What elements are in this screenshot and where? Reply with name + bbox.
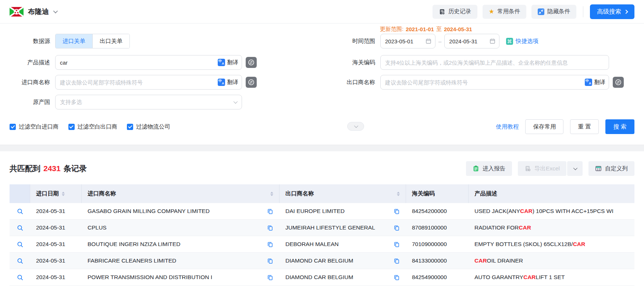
update-range-label: 更新范围: [380, 26, 403, 33]
magnifier-icon [17, 208, 23, 214]
header-product-desc: 产品描述 [469, 184, 634, 203]
data-source-tabs: 进口关单 出口关单 [55, 34, 130, 48]
fuzzy-match-toggle[interactable] [613, 77, 624, 88]
copy-button[interactable] [394, 209, 399, 214]
date-end-input[interactable]: 2024-05-31 [444, 34, 499, 48]
exporter-name: JUMEIRAH LIFESTYLE GENERAL [285, 224, 375, 231]
hs-code-input[interactable] [380, 55, 609, 70]
importer-name: CPLUS [88, 224, 107, 231]
cell-import-date: 2024-05-31 [30, 220, 82, 236]
tab-export-declarations[interactable]: 出口关单 [92, 34, 129, 48]
translate-button[interactable]: 中A 翻译 [218, 79, 238, 86]
origin-country-select[interactable]: 支持多选 [55, 95, 242, 109]
copy-button[interactable] [394, 225, 399, 231]
view-detail-button[interactable] [17, 258, 23, 264]
table-header-row: 进口日期 进口商名称 出口商名称 海关编码 产品描述 [10, 184, 634, 203]
cell-importer: CPLUS [82, 220, 280, 236]
magnifier-icon [17, 274, 23, 281]
copy-button[interactable] [394, 242, 399, 247]
copy-icon [267, 225, 273, 231]
product-desc-input[interactable] [55, 55, 242, 70]
sort-exporter[interactable] [397, 192, 400, 196]
update-range-start: 2021-01-01 [406, 26, 434, 32]
table-row: 2024-05-31 GASABO GRAIN MILLING COMPANY … [10, 203, 634, 220]
magnifier-icon [17, 258, 23, 264]
results-summary: 共匹配到 2431 条记录 [10, 163, 87, 174]
country-dropdown-chevron-icon[interactable] [53, 9, 58, 14]
importer-name: GASABO GRAIN MILLING COMPANY LIMITED [88, 208, 210, 214]
favorites-button-label: 常用条件 [497, 8, 520, 15]
results-table: 进口日期 进口商名称 出口商名称 海关编码 产品描述 [10, 184, 634, 286]
importer-name: FABRICARE CLEANERS LIMITED [88, 257, 176, 264]
copy-button[interactable] [267, 275, 273, 280]
hs-code-label: 海关编码 [344, 59, 375, 66]
export-excel-button[interactable]: 导出Excel [518, 161, 566, 176]
sort-importer[interactable] [270, 192, 273, 196]
tab-import-declarations[interactable]: 进口关单 [56, 34, 92, 48]
form-row-datasource-timerange: 数据源 进口关单 出口关单 时间范围 2023-05-01 – [10, 34, 634, 48]
importer-name: POWER TRANSMISSION AND DISTRIBUTION I [88, 274, 212, 281]
cell-product-desc: CAR OIL DRAINER [469, 253, 634, 269]
update-range-end: 2024-05-31 [444, 26, 472, 32]
export-options-dropdown[interactable] [567, 161, 583, 176]
copy-button[interactable] [267, 209, 273, 214]
form-row-filters-actions: 过滤空白进口商 过滤空白出口商 过滤物流公司 使用教程 保存常用 重 置 搜 索 [10, 122, 634, 131]
translate-button[interactable]: 中A 翻译 [218, 59, 238, 66]
translate-button[interactable]: 中A 翻译 [585, 79, 605, 86]
tutorial-link[interactable]: 使用教程 [496, 123, 519, 131]
save-favorite-button[interactable]: 保存常用 [525, 119, 563, 134]
cell-product-desc: EMPTY BOTTLES (SKOL) 65CLX12B/CAR [469, 236, 634, 252]
filter-blank-exporter-checkbox[interactable]: 过滤空白出口商 [68, 123, 118, 131]
search-button[interactable]: 搜 索 [605, 119, 634, 134]
filter-blank-importer-checkbox[interactable]: 过滤空白进口商 [10, 123, 59, 131]
favorites-button[interactable]: ★ 常用条件 [483, 5, 526, 19]
copy-button[interactable] [267, 258, 273, 264]
history-button[interactable]: 历史记录 [433, 5, 477, 19]
date-start-input[interactable]: 2023-05-01 [380, 34, 435, 48]
swap-search-icon [615, 79, 622, 86]
cell-importer: FABRICARE CLEANERS LIMITED [82, 253, 280, 269]
quick-options-link[interactable]: 快捷选项 [506, 37, 538, 45]
search-form: 更新范围: 2021-01-01 至 2024-05-31 数据源 进口关单 出… [0, 24, 644, 131]
copy-icon [394, 258, 399, 264]
translate-label: 翻译 [227, 59, 238, 66]
view-detail-button[interactable] [17, 225, 23, 231]
copy-button[interactable] [394, 258, 399, 264]
customize-columns-button[interactable]: 自定义列 [588, 161, 634, 176]
cell-hs-code: 84254900000 [406, 269, 469, 285]
copy-icon [267, 258, 273, 264]
filter-label: 过滤物流公司 [136, 123, 170, 131]
hide-conditions-button-label: 隐藏条件 [547, 8, 570, 15]
form-row-importer-exporter: 进口商名称 中A 翻译 出口商名称 中A 翻译 [10, 75, 634, 90]
collapse-form-button[interactable] [347, 122, 364, 131]
chevron-right-icon [624, 10, 628, 14]
fuzzy-match-toggle[interactable] [246, 77, 257, 88]
origin-country-placeholder: 支持多选 [60, 99, 82, 106]
hide-conditions-button[interactable]: 隐藏条件 [531, 5, 576, 19]
filter-logistics-checkbox[interactable]: 过滤物流公司 [127, 123, 170, 131]
fuzzy-match-toggle[interactable] [246, 57, 257, 68]
copy-button[interactable] [267, 242, 273, 247]
advanced-search-label: 高级搜索 [597, 8, 621, 16]
table-body: 2024-05-31 GASABO GRAIN MILLING COMPANY … [10, 203, 634, 286]
data-source-label: 数据源 [10, 37, 50, 45]
cell-exporter: JUMEIRAH LIFESTYLE GENERAL [280, 220, 406, 236]
advanced-search-button[interactable]: 高级搜索 [590, 4, 634, 19]
importer-label: 进口商名称 [10, 79, 50, 86]
copy-button[interactable] [267, 225, 273, 231]
form-actions: 使用教程 保存常用 重 置 搜 索 [496, 119, 634, 134]
exporter-input[interactable] [380, 75, 609, 90]
reset-button[interactable]: 重 置 [570, 119, 598, 134]
exporter-name: DIAMOND CAR BELGIUM [285, 257, 353, 264]
copy-button[interactable] [394, 275, 399, 280]
cell-product-desc: AUTO GARANTRY CAR LIFT 1 SET [469, 269, 634, 285]
swap-search-icon [248, 59, 255, 66]
summary-prefix: 共匹配到 [10, 163, 40, 174]
view-detail-button[interactable] [17, 208, 23, 214]
importer-input[interactable] [55, 75, 242, 90]
view-detail-button[interactable] [17, 274, 23, 281]
enter-report-button[interactable]: 进入报告 [466, 161, 512, 176]
view-detail-button[interactable] [17, 241, 23, 248]
sort-import-date[interactable] [62, 192, 65, 196]
time-range-label: 时间范围 [344, 37, 375, 45]
